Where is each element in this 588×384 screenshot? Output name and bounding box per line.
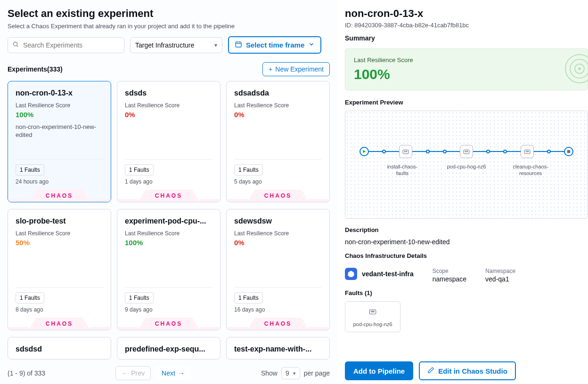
description-text: non-cron-experiment-10-new-edited [345,238,588,246]
per-page-label: per page [304,369,330,377]
card-desc: non-cron-experiment-10-new-edited [16,123,103,139]
scope-col: Scope namespace [433,268,466,283]
new-experiment-button[interactable]: + New Experiment [262,62,330,76]
prev-label: Prev [131,369,145,377]
experiment-card[interactable]: sdsds Last Resilience Score 0% 1 Faults … [117,81,220,202]
namespace-label: Namespace [485,268,515,274]
experiment-card[interactable]: sdsadsda Last Resilience Score 0% 1 Faul… [226,81,330,202]
card-name: sdsds [125,89,212,97]
flow-connector-dot [547,150,551,153]
search-icon [12,41,19,49]
flow-step-label: install-chaos-faults [382,164,423,177]
timeframe-button[interactable]: Select time frame [228,36,321,54]
infra-name-item: vedant-test-infra [345,268,414,280]
chaos-tag: CHAOS [227,190,329,202]
card-when: 16 days ago [234,306,322,313]
flow-step-label: cleanup-chaos-resources [510,164,551,177]
card-faults: 1 Faults [125,292,154,304]
experiment-card[interactable]: predefined-exp-sequ... [117,337,220,360]
detail-name: non-cron-0-13-x [345,8,588,20]
card-when: 24 hours ago [16,178,103,185]
per-page-value: 9 [286,369,289,377]
card-score: 0% [234,111,322,119]
flow-connector-dot [486,150,490,153]
resilience-score-box: Last Resilience Score 100% [345,48,588,90]
card-when: 1 days ago [125,178,212,185]
chaos-tag: CHAOS [8,190,111,202]
infra-label: Chaos Infrastructure Details [345,252,588,259]
arrow-right-icon: → [178,369,185,377]
experiment-card[interactable]: slo-probe-test Last Resilience Score 50%… [8,209,111,330]
prev-button[interactable]: ← Prev [115,366,151,380]
edit-in-studio-button[interactable]: Edit in Chaos Studio [419,361,516,380]
card-score-label: Last Resilience Score [234,102,322,109]
per-page-select[interactable]: 9 ▾ [281,367,300,379]
calendar-icon [235,40,242,49]
svg-rect-14 [567,150,570,153]
card-name: slo-probe-test [16,217,103,225]
namespace-col: Namespace ved-qa1 [485,268,515,283]
experiment-card[interactable]: non-cron-0-13-x Last Resilience Score 10… [8,81,111,202]
timeframe-label: Select time frame [246,41,304,49]
card-name: sdsadsda [234,89,322,97]
card-name: sdsdsd [16,345,103,353]
card-score: 100% [16,111,103,119]
detail-id-label: ID: [345,22,354,29]
card-faults: 1 Faults [16,164,44,176]
infra-select-value: Target Infrastructure [135,41,194,49]
pencil-icon [427,367,434,375]
card-name: test-exp-name-with-... [234,345,322,353]
card-name: experiment-pod-cpu-... [125,217,212,225]
add-to-pipeline-button[interactable]: Add to Pipeline [345,361,413,380]
namespace-value: ved-qa1 [485,275,515,283]
experiments-label: Experiments [8,65,47,73]
experiment-preview: install-chaos-faultspod-cpu-hog-nz6clean… [345,111,588,219]
flow-step-node [399,145,412,158]
experiments-count-value: (333) [47,65,63,73]
card-faults: 1 Faults [234,292,263,304]
card-when: 5 days ago [234,178,322,185]
score-value: 100% [354,66,579,82]
summary-label: Summary [345,34,588,42]
experiment-card[interactable]: test-exp-name-with-... [226,337,330,360]
card-faults: 1 Faults [16,292,44,304]
fault-card[interactable]: pod-cpu-hog-nz6 [345,301,400,332]
new-experiment-label: New Experiment [275,65,324,73]
search-input[interactable] [8,37,124,53]
card-score-label: Last Resilience Score [16,102,103,109]
kubernetes-icon [345,268,357,280]
flow-connector-dot [503,150,507,153]
card-name: predefined-exp-sequ... [125,345,212,353]
card-name: non-cron-0-13-x [16,89,103,97]
flow-end-node [564,147,573,156]
show-label: Show [261,369,278,377]
chaos-tag: CHAOS [117,318,220,330]
fault-icon [368,307,377,318]
card-score: 0% [125,111,212,119]
experiment-card[interactable]: sdewsdsw Last Resilience Score 0% 1 Faul… [226,209,330,330]
fault-name: pod-cpu-hog-nz6 [353,321,392,327]
experiment-card[interactable]: sdsdsd [8,337,111,360]
flow-step-node [460,145,473,158]
description-label: Description [345,226,588,233]
infra-select[interactable]: Target Infrastructure ▾ [130,37,222,53]
chaos-tag: CHAOS [8,318,111,330]
detail-id-value: 89420309-3887-4cba-b82e-41cab7fb81bc [354,22,469,29]
flow-connector-dot [382,150,386,153]
page-subtitle: Select a Chaos Experiment that already r… [8,23,330,30]
arrow-left-icon: ← [122,369,128,377]
card-score: 50% [16,239,103,247]
next-button[interactable]: Next → [155,366,191,380]
chaos-tag: CHAOS [117,190,220,202]
scope-label: Scope [433,268,466,274]
preview-label: Experiment Preview [345,99,588,106]
page-title: Select an existing experiment [8,8,330,20]
chevron-down-icon: ▾ [293,370,296,376]
chaos-tag: CHAOS [227,318,329,330]
card-score-label: Last Resilience Score [234,230,322,237]
card-score-label: Last Resilience Score [125,230,212,237]
scope-value: namespace [433,275,466,283]
card-score-label: Last Resilience Score [125,102,212,109]
experiment-card[interactable]: experiment-pod-cpu-... Last Resilience S… [117,209,220,330]
next-label: Next [162,369,175,377]
